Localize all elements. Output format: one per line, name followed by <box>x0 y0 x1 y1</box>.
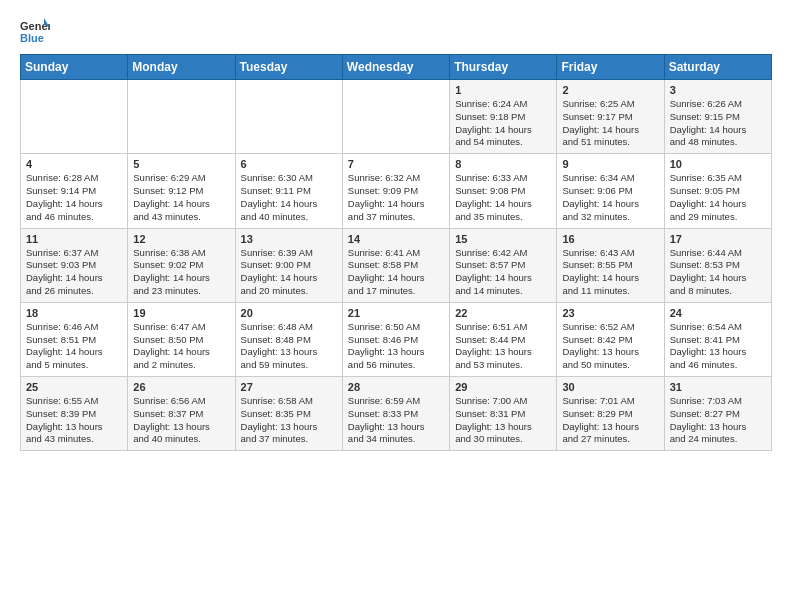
calendar-cell: 23Sunrise: 6:52 AMSunset: 8:42 PMDayligh… <box>557 302 664 376</box>
day-number: 8 <box>455 158 551 170</box>
cell-text: Sunset: 8:53 PM <box>670 259 766 272</box>
cell-text: Sunset: 8:42 PM <box>562 334 658 347</box>
cell-text: Sunset: 8:57 PM <box>455 259 551 272</box>
cell-text: Sunrise: 6:25 AM <box>562 98 658 111</box>
calendar-cell: 1Sunrise: 6:24 AMSunset: 9:18 PMDaylight… <box>450 80 557 154</box>
day-number: 30 <box>562 381 658 393</box>
calendar-cell: 2Sunrise: 6:25 AMSunset: 9:17 PMDaylight… <box>557 80 664 154</box>
cell-text: Sunrise: 6:30 AM <box>241 172 337 185</box>
cell-text: Sunset: 8:39 PM <box>26 408 122 421</box>
cell-text: Daylight: 14 hours <box>670 198 766 211</box>
day-number: 20 <box>241 307 337 319</box>
cell-text: Daylight: 14 hours <box>562 198 658 211</box>
calendar-cell: 8Sunrise: 6:33 AMSunset: 9:08 PMDaylight… <box>450 154 557 228</box>
cell-text: and 11 minutes. <box>562 285 658 298</box>
cell-text: Daylight: 13 hours <box>562 346 658 359</box>
cell-text: Sunrise: 6:26 AM <box>670 98 766 111</box>
calendar-cell: 12Sunrise: 6:38 AMSunset: 9:02 PMDayligh… <box>128 228 235 302</box>
week-row-5: 25Sunrise: 6:55 AMSunset: 8:39 PMDayligh… <box>21 377 772 451</box>
day-number: 2 <box>562 84 658 96</box>
cell-text: Sunrise: 6:44 AM <box>670 247 766 260</box>
cell-text: Sunrise: 6:29 AM <box>133 172 229 185</box>
calendar-cell: 4Sunrise: 6:28 AMSunset: 9:14 PMDaylight… <box>21 154 128 228</box>
col-header-wednesday: Wednesday <box>342 55 449 80</box>
calendar-cell: 27Sunrise: 6:58 AMSunset: 8:35 PMDayligh… <box>235 377 342 451</box>
cell-text: Sunset: 8:37 PM <box>133 408 229 421</box>
calendar-cell: 22Sunrise: 6:51 AMSunset: 8:44 PMDayligh… <box>450 302 557 376</box>
cell-text: Daylight: 13 hours <box>241 421 337 434</box>
cell-text: Daylight: 13 hours <box>562 421 658 434</box>
svg-text:Blue: Blue <box>20 32 44 44</box>
cell-text: and 46 minutes. <box>670 359 766 372</box>
cell-text: Daylight: 14 hours <box>670 272 766 285</box>
day-number: 16 <box>562 233 658 245</box>
calendar-cell: 15Sunrise: 6:42 AMSunset: 8:57 PMDayligh… <box>450 228 557 302</box>
calendar-cell <box>235 80 342 154</box>
cell-text: Daylight: 14 hours <box>133 272 229 285</box>
day-number: 15 <box>455 233 551 245</box>
cell-text: Sunset: 9:05 PM <box>670 185 766 198</box>
col-header-sunday: Sunday <box>21 55 128 80</box>
cell-text: Daylight: 14 hours <box>348 272 444 285</box>
calendar-cell: 9Sunrise: 6:34 AMSunset: 9:06 PMDaylight… <box>557 154 664 228</box>
day-number: 28 <box>348 381 444 393</box>
cell-text: Sunset: 8:27 PM <box>670 408 766 421</box>
cell-text: and 14 minutes. <box>455 285 551 298</box>
cell-text: and 32 minutes. <box>562 211 658 224</box>
cell-text: Daylight: 14 hours <box>562 272 658 285</box>
cell-text: Sunset: 8:29 PM <box>562 408 658 421</box>
calendar-cell: 17Sunrise: 6:44 AMSunset: 8:53 PMDayligh… <box>664 228 771 302</box>
cell-text: and 20 minutes. <box>241 285 337 298</box>
cell-text: Daylight: 14 hours <box>455 272 551 285</box>
logo-icon: General Blue <box>20 16 50 46</box>
week-row-4: 18Sunrise: 6:46 AMSunset: 8:51 PMDayligh… <box>21 302 772 376</box>
week-row-2: 4Sunrise: 6:28 AMSunset: 9:14 PMDaylight… <box>21 154 772 228</box>
cell-text: and 37 minutes. <box>348 211 444 224</box>
week-row-3: 11Sunrise: 6:37 AMSunset: 9:03 PMDayligh… <box>21 228 772 302</box>
cell-text: Sunrise: 6:56 AM <box>133 395 229 408</box>
cell-text: Sunrise: 7:00 AM <box>455 395 551 408</box>
cell-text: Sunrise: 6:46 AM <box>26 321 122 334</box>
cell-text: Daylight: 13 hours <box>26 421 122 434</box>
cell-text: and 53 minutes. <box>455 359 551 372</box>
day-number: 13 <box>241 233 337 245</box>
cell-text: Daylight: 13 hours <box>670 346 766 359</box>
cell-text: and 40 minutes. <box>133 433 229 446</box>
cell-text: and 8 minutes. <box>670 285 766 298</box>
cell-text: Sunrise: 6:59 AM <box>348 395 444 408</box>
cell-text: Sunrise: 6:50 AM <box>348 321 444 334</box>
cell-text: Sunset: 8:35 PM <box>241 408 337 421</box>
calendar-cell: 10Sunrise: 6:35 AMSunset: 9:05 PMDayligh… <box>664 154 771 228</box>
day-number: 19 <box>133 307 229 319</box>
col-header-tuesday: Tuesday <box>235 55 342 80</box>
cell-text: and 24 minutes. <box>670 433 766 446</box>
calendar-cell: 3Sunrise: 6:26 AMSunset: 9:15 PMDaylight… <box>664 80 771 154</box>
day-number: 27 <box>241 381 337 393</box>
cell-text: Daylight: 13 hours <box>670 421 766 434</box>
cell-text: Sunrise: 6:32 AM <box>348 172 444 185</box>
cell-text: Sunset: 8:50 PM <box>133 334 229 347</box>
header-row: SundayMondayTuesdayWednesdayThursdayFrid… <box>21 55 772 80</box>
day-number: 3 <box>670 84 766 96</box>
day-number: 14 <box>348 233 444 245</box>
calendar-cell: 31Sunrise: 7:03 AMSunset: 8:27 PMDayligh… <box>664 377 771 451</box>
cell-text: Sunrise: 6:33 AM <box>455 172 551 185</box>
cell-text: Sunset: 9:15 PM <box>670 111 766 124</box>
calendar-cell: 25Sunrise: 6:55 AMSunset: 8:39 PMDayligh… <box>21 377 128 451</box>
cell-text: and 17 minutes. <box>348 285 444 298</box>
day-number: 25 <box>26 381 122 393</box>
cell-text: Daylight: 14 hours <box>26 346 122 359</box>
cell-text: and 56 minutes. <box>348 359 444 372</box>
cell-text: Sunrise: 6:51 AM <box>455 321 551 334</box>
calendar-cell: 29Sunrise: 7:00 AMSunset: 8:31 PMDayligh… <box>450 377 557 451</box>
calendar-cell: 20Sunrise: 6:48 AMSunset: 8:48 PMDayligh… <box>235 302 342 376</box>
calendar-cell: 19Sunrise: 6:47 AMSunset: 8:50 PMDayligh… <box>128 302 235 376</box>
cell-text: Sunset: 8:51 PM <box>26 334 122 347</box>
day-number: 10 <box>670 158 766 170</box>
logo: General Blue <box>20 16 50 46</box>
calendar-cell: 11Sunrise: 6:37 AMSunset: 9:03 PMDayligh… <box>21 228 128 302</box>
cell-text: Sunset: 8:33 PM <box>348 408 444 421</box>
cell-text: and 34 minutes. <box>348 433 444 446</box>
calendar-table: SundayMondayTuesdayWednesdayThursdayFrid… <box>20 54 772 451</box>
day-number: 17 <box>670 233 766 245</box>
